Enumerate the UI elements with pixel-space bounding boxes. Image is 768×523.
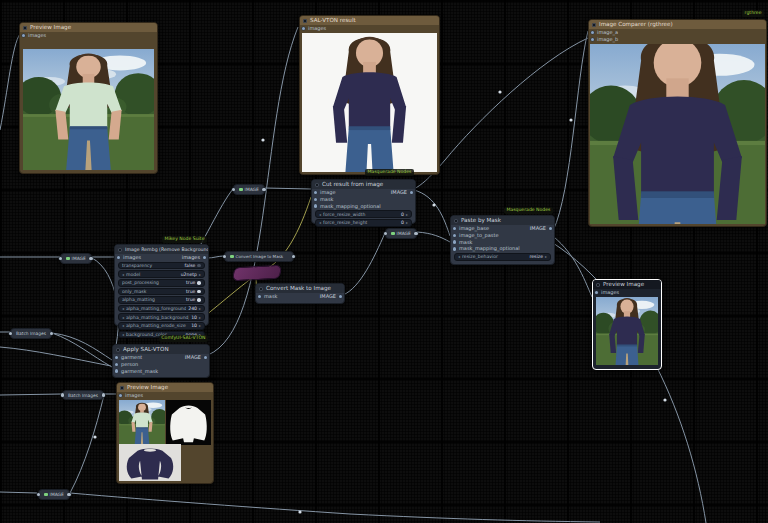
node-title[interactable]: Image Rembg (Remove Background)	[115, 245, 208, 254]
input-garment[interactable]: garmentIMAGE	[113, 354, 209, 361]
node-apply-salvton[interactable]: Apply SAL-VTON garmentIMAGE person garme…	[112, 344, 210, 378]
node-title[interactable]: Preview Image	[117, 383, 213, 392]
collapse-dot-icon[interactable]	[239, 188, 243, 192]
badge-salvton: ComfyUI-SAL-VTON	[159, 335, 208, 342]
widget-resize-behavior[interactable]: resize_behaviorresize	[454, 253, 551, 261]
widget-model[interactable]: modelu2netp	[118, 270, 205, 278]
badge-masquerade-2: Masquerade Nodes	[504, 207, 553, 214]
input-mask-mapping[interactable]: mask_mapping_optional	[451, 245, 554, 252]
node-cut-result[interactable]: Cut result from image imageIMAGE mask ma…	[311, 179, 416, 224]
comparer-image[interactable]	[590, 44, 765, 224]
collapse-dot-icon[interactable]	[66, 257, 70, 261]
widget-alpha-bg-threshold[interactable]: alpha_matting_background_threshold10	[118, 313, 205, 321]
node-title[interactable]: Paste by Mask	[451, 216, 554, 225]
output-image[interactable]: IMAGE	[530, 225, 546, 232]
small-preview-image	[596, 297, 658, 365]
input-image[interactable]: imageIMAGE	[312, 189, 415, 196]
badge-masquerade-1: Masquerade Nodes	[365, 169, 414, 176]
output-image[interactable]: IMAGE	[185, 354, 201, 361]
node-preview-main[interactable]: Preview Image images	[19, 22, 158, 174]
widget-transparency[interactable]: transparencyfalse	[118, 262, 205, 270]
node-title[interactable]: Image Comparer (rgthree)	[589, 20, 766, 29]
output-image[interactable]: IMAGE	[391, 189, 407, 196]
widget-post-processing[interactable]: post_processingtrue	[118, 279, 205, 287]
node-convert-image-to-mask[interactable]: Convert Image to Mask	[224, 251, 294, 262]
preview-image-park	[23, 49, 154, 170]
node-title[interactable]: SAL-VTON result	[300, 16, 439, 25]
output-images[interactable]: images	[182, 254, 200, 261]
input-images[interactable]: imagesimages	[115, 254, 208, 261]
reroute-image-4[interactable]: IMAGE	[38, 489, 70, 500]
node-title[interactable]: Cut result from image	[312, 180, 415, 189]
node-title[interactable]: Convert Mask to Image	[256, 284, 344, 293]
widget-alpha-fg-threshold[interactable]: alpha_matting_foreground_threshold240	[118, 305, 205, 313]
batch-image-person	[119, 400, 165, 445]
input-mask-mapping[interactable]: mask_mapping_optional	[312, 203, 415, 210]
collapse-dot-icon[interactable]	[44, 493, 48, 497]
input-image-to-paste[interactable]: image_to_paste	[451, 232, 554, 239]
node-preview-batch[interactable]: Preview Image images	[116, 382, 214, 484]
reroute-image-2[interactable]: IMAGE	[60, 253, 92, 264]
input-mask[interactable]: maskIMAGE	[256, 293, 344, 300]
input-images[interactable]: images	[300, 25, 439, 32]
graph-canvas[interactable]: Preview Image images SAL-VTON result ima…	[0, 0, 768, 523]
input-mask[interactable]: mask	[451, 239, 554, 246]
node-paste-by-mask[interactable]: Paste by Mask image_baseIMAGE image_to_p…	[450, 215, 555, 265]
input-images[interactable]: images	[593, 289, 661, 296]
collapse-dot-icon[interactable]	[391, 232, 395, 236]
node-batch-images-2[interactable]: Batch Images	[62, 390, 104, 400]
widget-only-mask[interactable]: only_masktrue	[118, 288, 205, 296]
input-image-base[interactable]: image_baseIMAGE	[451, 225, 554, 232]
reroute-image-3[interactable]: IMAGE	[385, 228, 417, 239]
batch-image-sweater	[119, 444, 181, 481]
batch-image-white-shirt	[166, 400, 211, 445]
badge-mikey: Mikey Node Suite	[162, 236, 207, 243]
node-convert-mask-to-image[interactable]: Convert Mask to Image maskIMAGE	[255, 283, 345, 304]
node-image-rembg[interactable]: Image Rembg (Remove Background) imagesim…	[114, 244, 209, 326]
input-images[interactable]: images	[20, 32, 157, 39]
input-garment-mask[interactable]: garment_mask	[113, 368, 209, 375]
input-mask[interactable]: mask	[312, 196, 415, 203]
widget-erode-size[interactable]: alpha_matting_erode_size10	[118, 322, 205, 330]
toggle-on	[197, 290, 201, 294]
node-title[interactable]: Preview Image	[593, 280, 661, 289]
node-salvton-result[interactable]: SAL-VTON result images	[299, 15, 440, 175]
result-image-white-bg	[302, 33, 437, 172]
input-images[interactable]: images	[117, 392, 213, 399]
toggle-off	[197, 264, 201, 268]
collapse-dot-icon[interactable]	[230, 255, 234, 259]
output-image[interactable]: IMAGE	[320, 293, 336, 300]
input-image-a[interactable]: image_a	[589, 29, 766, 36]
badge-rgthree: rgthree	[742, 10, 764, 17]
widget-force-resize-width[interactable]: force_resize_width0	[315, 210, 412, 218]
toggle-on	[197, 298, 201, 302]
toggle-on	[197, 281, 201, 285]
node-image-comparer[interactable]: Image Comparer (rgthree) image_a image_b	[588, 19, 767, 227]
widget-alpha-matting[interactable]: alpha_mattingtrue	[118, 296, 205, 304]
node-bypassed-collapsed[interactable]	[232, 265, 282, 282]
node-preview-small[interactable]: Preview Image images	[592, 279, 662, 370]
node-title[interactable]: Apply SAL-VTON	[113, 345, 209, 354]
node-title[interactable]: Preview Image	[20, 23, 157, 32]
reroute-image-1[interactable]: IMAGE	[233, 184, 265, 195]
node-batch-images-1[interactable]: Batch Images	[10, 328, 52, 339]
input-person[interactable]: person	[113, 361, 209, 368]
widget-force-resize-height[interactable]: force_resize_height0	[315, 219, 412, 227]
input-image-b[interactable]: image_b	[589, 36, 766, 43]
